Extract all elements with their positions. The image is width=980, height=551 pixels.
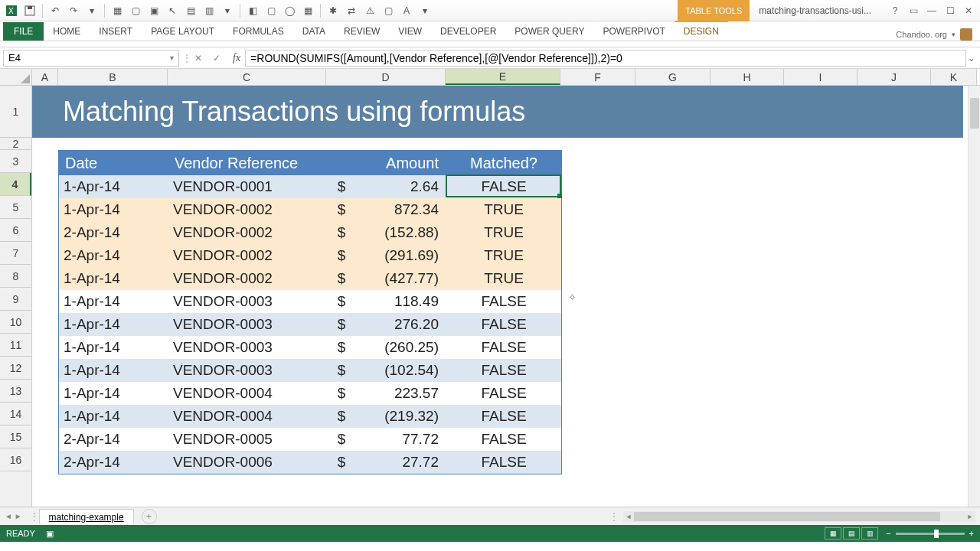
tab-power-query[interactable]: POWER QUERY <box>505 22 593 41</box>
tab-insert[interactable]: INSERT <box>90 22 142 41</box>
help-icon[interactable]: ? <box>887 3 903 18</box>
cell-matched[interactable]: FALSE <box>446 313 561 336</box>
table-row[interactable]: 1-Apr-14VENDOR-0004$223.57FALSE <box>59 382 561 405</box>
cell-currency[interactable]: $ <box>327 175 356 198</box>
maximize-icon[interactable]: ☐ <box>942 3 959 18</box>
cell-currency[interactable]: $ <box>327 221 356 244</box>
tab-developer[interactable]: DEVELOPER <box>431 22 505 41</box>
cell-vendor[interactable]: VENDOR-0006 <box>168 451 327 474</box>
table-row[interactable]: 1-Apr-14VENDOR-0004$(219.32)FALSE <box>59 405 561 428</box>
account-label[interactable]: Chandoo. org ▾ <box>891 28 977 41</box>
row-header[interactable]: 1 <box>0 86 31 138</box>
cell-amount[interactable]: 872.34 <box>356 198 446 221</box>
undo-icon[interactable]: ↶ <box>47 2 64 19</box>
tab-data[interactable]: DATA <box>293 22 335 41</box>
zoom-slider[interactable] <box>896 533 965 535</box>
row-header[interactable]: 9 <box>0 288 31 311</box>
fx-icon[interactable]: fx <box>228 52 245 64</box>
row-header[interactable]: 4 <box>0 173 31 196</box>
row-header[interactable]: 14 <box>0 403 31 425</box>
col-header-a[interactable]: A <box>32 69 58 85</box>
formula-input[interactable]: =ROUND(SUMIFS([Amount],[Vendor Reference… <box>245 50 966 67</box>
table-row[interactable]: 1-Apr-14VENDOR-0003$118.49FALSE <box>59 290 561 313</box>
table-header-vendor[interactable]: Vendor Reference <box>168 151 327 175</box>
table-row[interactable]: 2-Apr-14VENDOR-0006$27.72FALSE <box>59 451 561 474</box>
cell-matched[interactable]: FALSE <box>446 359 561 382</box>
qat-more-icon[interactable]: ▾ <box>83 2 100 19</box>
table-header-date[interactable]: Date <box>59 151 168 175</box>
table-row[interactable]: 1-Apr-14VENDOR-0001$2.64FALSE <box>59 175 561 198</box>
excel-icon[interactable]: X <box>3 2 20 19</box>
scrollbar-thumb[interactable] <box>634 512 940 521</box>
qat-customize-icon[interactable]: ▾ <box>416 2 433 19</box>
table-row[interactable]: 1-Apr-14VENDOR-0002$872.34TRUE <box>59 198 561 221</box>
cell-date[interactable]: 2-Apr-14 <box>59 221 168 244</box>
table-row[interactable]: 1-Apr-14VENDOR-0003$(102.54)FALSE <box>59 359 561 382</box>
col-header-g[interactable]: G <box>635 69 710 85</box>
cell-date[interactable]: 1-Apr-14 <box>59 267 168 290</box>
row-header[interactable]: 6 <box>0 219 31 242</box>
cell-matched[interactable]: TRUE <box>446 221 561 244</box>
fill-icon[interactable]: ◧ <box>244 2 261 19</box>
cell-currency[interactable]: $ <box>327 382 356 405</box>
select-all-button[interactable] <box>0 69 32 85</box>
zoom-out-icon[interactable]: − <box>886 529 890 538</box>
shape-icon[interactable]: ◯ <box>281 2 298 19</box>
table-row[interactable]: 2-Apr-14VENDOR-0005$77.72FALSE <box>59 428 561 451</box>
page-break-view-icon[interactable]: ▥ <box>861 527 878 540</box>
cell-matched[interactable]: TRUE <box>446 198 561 221</box>
cell-matched[interactable]: FALSE <box>446 428 561 451</box>
cell-matched[interactable]: FALSE <box>446 336 561 359</box>
qat-tool-icon[interactable]: ⇄ <box>343 2 360 19</box>
table-row[interactable]: 2-Apr-14VENDOR-0002$(152.88)TRUE <box>59 221 561 244</box>
cell-currency[interactable]: $ <box>327 290 356 313</box>
scrollbar-thumb[interactable] <box>970 98 979 129</box>
cell-matched[interactable]: FALSE <box>446 382 561 405</box>
col-header-b[interactable]: B <box>58 69 168 85</box>
qat-tool-icon[interactable]: ▥ <box>201 2 217 19</box>
cell-date[interactable]: 1-Apr-14 <box>59 198 168 221</box>
cell-date[interactable]: 1-Apr-14 <box>59 359 168 382</box>
table-row[interactable]: 1-Apr-14VENDOR-0003$276.20FALSE <box>59 313 561 336</box>
cell-vendor[interactable]: VENDOR-0003 <box>168 336 327 359</box>
minimize-icon[interactable]: — <box>923 3 940 18</box>
qat-tool-icon[interactable]: ▣ <box>145 2 162 19</box>
col-header-c[interactable]: C <box>168 69 326 85</box>
cell-currency[interactable]: $ <box>327 267 356 290</box>
col-header-i[interactable]: I <box>784 69 858 85</box>
cell-amount[interactable]: (427.77) <box>356 267 446 290</box>
tab-powerpivot[interactable]: POWERPIVOT <box>593 22 674 41</box>
qat-tool-icon[interactable]: ▾ <box>219 2 236 19</box>
table-row[interactable]: 1-Apr-14VENDOR-0003$(260.25)FALSE <box>59 336 561 359</box>
cell-date[interactable]: 1-Apr-14 <box>59 290 168 313</box>
cell-vendor[interactable]: VENDOR-0004 <box>168 405 327 428</box>
table-row[interactable]: 1-Apr-14VENDOR-0002$(427.77)TRUE <box>59 267 561 290</box>
cell-date[interactable]: 1-Apr-14 <box>59 382 168 405</box>
table-icon[interactable]: ▦ <box>299 2 316 19</box>
cell-currency[interactable]: $ <box>327 451 356 474</box>
cell-vendor[interactable]: VENDOR-0003 <box>168 290 327 313</box>
cell-vendor[interactable]: VENDOR-0005 <box>168 428 327 451</box>
table-header-amount[interactable]: Amount <box>327 151 446 175</box>
cell-amount[interactable]: (102.54) <box>356 359 446 382</box>
cell-matched[interactable]: FALSE <box>446 451 561 474</box>
zoom-in-icon[interactable]: + <box>969 529 974 538</box>
sheet-tab-active[interactable]: matching-example <box>39 509 134 525</box>
cell-currency[interactable]: $ <box>327 244 356 267</box>
cell-matched[interactable]: FALSE <box>446 290 561 313</box>
qat-tool-icon[interactable]: ▦ <box>109 2 126 19</box>
qat-tool-icon[interactable]: ▤ <box>182 2 199 19</box>
name-box[interactable]: E4 ▼ <box>3 50 179 67</box>
tab-file[interactable]: FILE <box>3 22 44 41</box>
cell-vendor[interactable]: VENDOR-0002 <box>168 267 327 290</box>
qat-tool-icon[interactable]: ▢ <box>127 2 144 19</box>
row-header[interactable]: 8 <box>0 265 31 288</box>
row-header[interactable]: 12 <box>0 357 31 380</box>
cell-amount[interactable]: 276.20 <box>356 313 446 336</box>
tab-design[interactable]: DESIGN <box>675 21 728 41</box>
scroll-left-icon[interactable]: ◄ <box>623 513 634 520</box>
macro-record-icon[interactable]: ▣ <box>46 529 54 539</box>
tab-formulas[interactable]: FORMULAS <box>224 22 293 41</box>
page-layout-view-icon[interactable]: ▤ <box>843 527 860 540</box>
warning-icon[interactable]: ⚠ <box>361 2 378 19</box>
